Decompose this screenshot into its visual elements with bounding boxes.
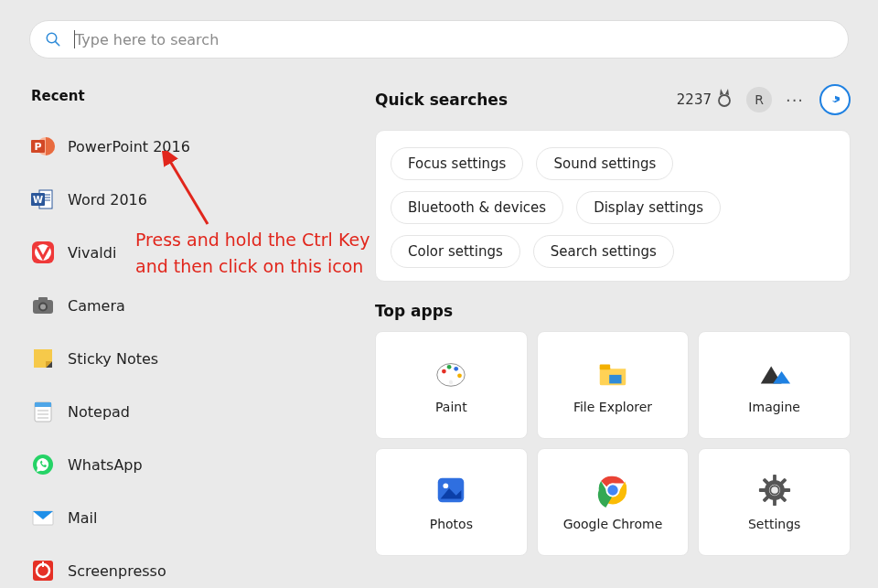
app-card-label: Photos — [430, 517, 473, 531]
photos-icon — [434, 473, 468, 508]
quick-pill-sound[interactable]: Sound settings — [536, 147, 673, 180]
svg-line-1 — [56, 42, 59, 46]
top-apps-heading: Top apps — [375, 302, 851, 320]
recent-item-label: Mail — [68, 509, 98, 527]
app-card-file-explorer[interactable]: File Explorer — [537, 331, 690, 439]
app-card-paint[interactable]: Paint — [375, 331, 528, 439]
recent-heading: Recent — [31, 88, 360, 104]
recent-item-vivaldi[interactable]: Vivaldi — [31, 230, 360, 274]
recent-item-word[interactable]: W Word 2016 — [31, 177, 360, 221]
recent-item-label: Vivaldi — [68, 244, 116, 262]
quick-pill-display[interactable]: Display settings — [576, 191, 721, 224]
rewards-points[interactable]: 2237 — [677, 89, 732, 111]
svg-rect-39 — [609, 375, 621, 384]
rewards-points-value: 2237 — [677, 91, 712, 108]
svg-rect-38 — [600, 365, 610, 370]
svg-point-43 — [444, 483, 449, 488]
settings-icon — [757, 473, 792, 508]
recent-item-powerpoint[interactable]: P PowerPoint 2016 — [31, 124, 360, 168]
chrome-icon — [595, 473, 630, 508]
svg-rect-14 — [38, 297, 48, 301]
svg-point-16 — [40, 305, 46, 310]
recent-item-label: Camera — [68, 297, 125, 315]
app-card-label: File Explorer — [573, 400, 652, 414]
search-input[interactable] — [75, 31, 833, 48]
quick-pill-bluetooth[interactable]: Bluetooth & devices — [391, 191, 563, 224]
notepad-icon — [31, 400, 55, 423]
app-card-label: Settings — [748, 517, 800, 531]
quick-pill-search[interactable]: Search settings — [533, 235, 674, 268]
sticky-notes-icon — [31, 347, 55, 370]
user-avatar[interactable]: R — [746, 87, 772, 112]
recent-item-label: Word 2016 — [68, 191, 147, 208]
medal-icon — [717, 89, 732, 111]
recent-list: P PowerPoint 2016 W Word 2016 Vivaldi — [31, 124, 360, 588]
app-card-settings[interactable]: Settings — [698, 448, 851, 556]
app-card-photos[interactable]: Photos — [375, 448, 528, 556]
recent-item-mail[interactable]: Mail — [31, 496, 360, 540]
paint-icon — [434, 356, 468, 390]
svg-point-34 — [442, 369, 446, 374]
recent-item-camera[interactable]: Camera — [31, 283, 360, 327]
recent-item-notepad[interactable]: Notepad — [31, 390, 360, 433]
svg-point-37 — [457, 373, 462, 378]
quick-searches-card: Focus settings Sound settings Bluetooth … — [375, 130, 851, 282]
recent-item-whatsapp[interactable]: WhatsApp — [31, 443, 360, 486]
svg-rect-30 — [42, 561, 44, 567]
mail-icon — [31, 506, 55, 529]
recent-section: Recent P PowerPoint 2016 W Word 2016 Viv… — [31, 88, 360, 588]
recent-item-label: WhatsApp — [68, 456, 143, 474]
imagine-icon — [757, 356, 792, 390]
recent-item-label: PowerPoint 2016 — [68, 138, 190, 155]
svg-point-35 — [447, 365, 452, 369]
quick-pill-color[interactable]: Color settings — [391, 235, 520, 268]
search-bar[interactable] — [29, 20, 849, 59]
svg-point-36 — [455, 367, 459, 371]
search-pane: Recent P PowerPoint 2016 W Word 2016 Viv… — [0, 0, 878, 588]
svg-text:W: W — [33, 195, 43, 205]
more-button[interactable]: ··· — [783, 91, 807, 110]
app-card-label: Paint — [435, 400, 467, 414]
app-card-chrome[interactable]: Google Chrome — [537, 448, 690, 556]
file-explorer-icon — [595, 356, 630, 390]
camera-icon — [31, 294, 55, 317]
svg-point-32 — [719, 95, 730, 106]
screenpresso-icon — [31, 559, 55, 583]
top-apps-grid: Paint File Explorer Imagine Photos — [375, 331, 851, 556]
vivaldi-icon — [31, 241, 55, 264]
quick-pill-focus[interactable]: Focus settings — [391, 147, 523, 180]
recent-item-label: Notepad — [68, 403, 130, 421]
whatsapp-icon — [31, 453, 55, 476]
right-column: Quick searches 2237 R ··· Focus settings… — [375, 84, 851, 556]
quick-header-row: Quick searches 2237 R ··· — [375, 84, 851, 115]
app-card-label: Imagine — [748, 400, 800, 414]
recent-item-screenpresso[interactable]: Screenpresso — [31, 549, 360, 588]
recent-item-stickynotes[interactable]: Sticky Notes — [31, 337, 360, 380]
recent-item-label: Screenpresso — [68, 562, 166, 580]
quick-heading: Quick searches — [375, 91, 677, 109]
app-card-imagine[interactable]: Imagine — [698, 331, 851, 439]
word-icon: W — [31, 187, 55, 211]
app-card-label: Google Chrome — [563, 517, 663, 531]
bing-chat-icon[interactable] — [819, 84, 851, 115]
svg-rect-21 — [35, 402, 51, 407]
search-icon — [45, 31, 61, 48]
svg-point-58 — [771, 486, 778, 494]
svg-text:P: P — [34, 141, 41, 153]
recent-item-label: Sticky Notes — [68, 350, 158, 368]
powerpoint-icon: P — [31, 134, 55, 158]
